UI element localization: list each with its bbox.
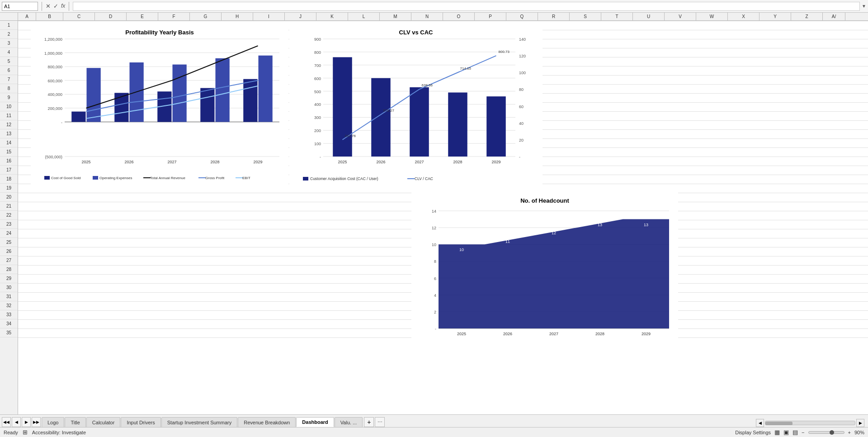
row-number-19[interactable]: 19 bbox=[0, 184, 18, 193]
row-number-24[interactable]: 24 bbox=[0, 229, 18, 238]
row-number-30[interactable]: 30 bbox=[0, 283, 18, 292]
sheet-tab-dashboard[interactable]: Dashboard bbox=[296, 417, 334, 427]
svg-text:13: 13 bbox=[598, 223, 602, 227]
row-number-29[interactable]: 29 bbox=[0, 274, 18, 283]
row-number-25[interactable]: 25 bbox=[0, 238, 18, 247]
row-number-17[interactable]: 17 bbox=[0, 166, 18, 175]
svg-text:CLV / CAC: CLV / CAC bbox=[415, 176, 433, 181]
normal-view-icon[interactable]: ▦ bbox=[774, 429, 780, 436]
col-header-A/[interactable]: A/ bbox=[823, 13, 845, 20]
col-header-U[interactable]: U bbox=[633, 13, 665, 20]
page-layout-icon[interactable]: ▣ bbox=[783, 429, 789, 436]
tab-nav-last[interactable]: ▶▶ bbox=[32, 417, 41, 427]
row-number-16[interactable]: 16 bbox=[0, 157, 18, 166]
col-header-V[interactable]: V bbox=[665, 13, 696, 20]
cancel-icon[interactable]: ✕ bbox=[46, 3, 51, 10]
svg-text:700: 700 bbox=[314, 63, 321, 68]
svg-text:400: 400 bbox=[314, 102, 321, 107]
zoom-slider[interactable] bbox=[808, 431, 844, 434]
fx-icon[interactable]: fx bbox=[61, 3, 65, 10]
row-number-34[interactable]: 34 bbox=[0, 319, 18, 328]
col-header-W[interactable]: W bbox=[696, 13, 728, 20]
row-number-4[interactable]: 4 bbox=[0, 48, 18, 57]
zoom-minus[interactable]: − bbox=[802, 430, 804, 435]
col-header-K[interactable]: K bbox=[316, 13, 348, 20]
col-header-G[interactable]: G bbox=[190, 13, 222, 20]
sheet-tab-valu.-...[interactable]: Valu. ... bbox=[335, 417, 363, 427]
col-header-R[interactable]: R bbox=[538, 13, 570, 20]
col-header-N[interactable]: N bbox=[411, 13, 443, 20]
row-number-12[interactable]: 12 bbox=[0, 120, 18, 129]
zoom-plus[interactable]: + bbox=[848, 430, 851, 435]
row-number-11[interactable]: 11 bbox=[0, 111, 18, 120]
formula-input[interactable] bbox=[73, 2, 860, 11]
tab-nav-first[interactable]: ◀◀ bbox=[2, 417, 11, 427]
display-settings-label[interactable]: Display Settings bbox=[735, 430, 771, 435]
row-number-26[interactable]: 26 bbox=[0, 247, 18, 256]
col-header-F[interactable]: F bbox=[158, 13, 190, 20]
col-header-H[interactable]: H bbox=[222, 13, 253, 20]
row-number-7[interactable]: 7 bbox=[0, 75, 18, 84]
sheet-tab-input-drivers[interactable]: Input Drivers bbox=[121, 417, 160, 427]
expand-icon[interactable]: ▼ bbox=[862, 4, 866, 9]
row-number-9[interactable]: 9 bbox=[0, 93, 18, 102]
row-number-5[interactable]: 5 bbox=[0, 57, 18, 66]
tab-nav-next[interactable]: ▶ bbox=[22, 417, 31, 427]
horizontal-scrollbar[interactable]: ◀ ▶ bbox=[756, 419, 868, 427]
sheet-tab-logo[interactable]: Logo bbox=[42, 417, 64, 427]
row-number-32[interactable]: 32 bbox=[0, 301, 18, 310]
accessibility-text[interactable]: Accessibility: Investigate bbox=[32, 430, 86, 435]
col-header-D[interactable]: D bbox=[95, 13, 127, 20]
col-header-Q[interactable]: Q bbox=[506, 13, 538, 20]
tab-nav-prev[interactable]: ◀ bbox=[12, 417, 21, 427]
scroll-track[interactable] bbox=[765, 421, 855, 425]
row-number-1[interactable]: 1 bbox=[0, 21, 18, 30]
name-box[interactable]: A1 bbox=[2, 2, 38, 11]
scroll-right-btn[interactable]: ▶ bbox=[856, 419, 864, 427]
row-number-35[interactable]: 35 bbox=[0, 328, 18, 337]
col-header-O[interactable]: O bbox=[443, 13, 475, 20]
row-number-20[interactable]: 20 bbox=[0, 193, 18, 202]
more-sheets-button[interactable]: ⋯ bbox=[375, 417, 385, 427]
row-number-33[interactable]: 33 bbox=[0, 310, 18, 319]
col-header-A[interactable]: A bbox=[18, 13, 36, 20]
col-header-J[interactable]: J bbox=[285, 13, 316, 20]
col-header-P[interactable]: P bbox=[475, 13, 506, 20]
col-header-L[interactable]: L bbox=[348, 13, 380, 20]
col-header-T[interactable]: T bbox=[601, 13, 633, 20]
sheet-tab-startup-investment-summary[interactable]: Startup Investment Summary bbox=[161, 417, 237, 427]
row-number-10[interactable]: 10 bbox=[0, 102, 18, 111]
col-header-B[interactable]: B bbox=[36, 13, 63, 20]
row-number-22[interactable]: 22 bbox=[0, 211, 18, 220]
row-number-21[interactable]: 21 bbox=[0, 202, 18, 211]
svg-text:100: 100 bbox=[519, 71, 526, 75]
col-header-Z[interactable]: Z bbox=[791, 13, 823, 20]
row-number-23[interactable]: 23 bbox=[0, 220, 18, 229]
page-break-icon[interactable]: ▤ bbox=[793, 429, 798, 436]
row-number-6[interactable]: 6 bbox=[0, 66, 18, 75]
scroll-left-btn[interactable]: ◀ bbox=[756, 419, 764, 427]
col-header-E[interactable]: E bbox=[127, 13, 158, 20]
sheet-tab-title[interactable]: Title bbox=[65, 417, 85, 427]
col-header-S[interactable]: S bbox=[570, 13, 601, 20]
row-number-31[interactable]: 31 bbox=[0, 292, 18, 301]
col-header-X[interactable]: X bbox=[728, 13, 760, 20]
row-number-2[interactable]: 2 bbox=[0, 30, 18, 39]
confirm-icon[interactable]: ✓ bbox=[53, 3, 58, 10]
col-header-I[interactable]: I bbox=[253, 13, 285, 20]
row-number-27[interactable]: 27 bbox=[0, 256, 18, 265]
row-number-15[interactable]: 15 bbox=[0, 147, 18, 157]
sheet-tab-revenue-breakdown[interactable]: Revenue Breakdown bbox=[238, 417, 296, 427]
row-number-8[interactable]: 8 bbox=[0, 84, 18, 93]
col-header-M[interactable]: M bbox=[380, 13, 411, 20]
add-sheet-button[interactable]: + bbox=[364, 417, 374, 427]
svg-text:2028: 2028 bbox=[595, 332, 604, 336]
col-header-C[interactable]: C bbox=[63, 13, 95, 20]
row-number-28[interactable]: 28 bbox=[0, 265, 18, 274]
row-number-13[interactable]: 13 bbox=[0, 129, 18, 138]
row-number-3[interactable]: 3 bbox=[0, 39, 18, 48]
row-number-18[interactable]: 18 bbox=[0, 175, 18, 184]
sheet-tab-calculator[interactable]: Calculator bbox=[86, 417, 121, 427]
col-header-Y[interactable]: Y bbox=[760, 13, 791, 20]
row-number-14[interactable]: 14 bbox=[0, 138, 18, 147]
